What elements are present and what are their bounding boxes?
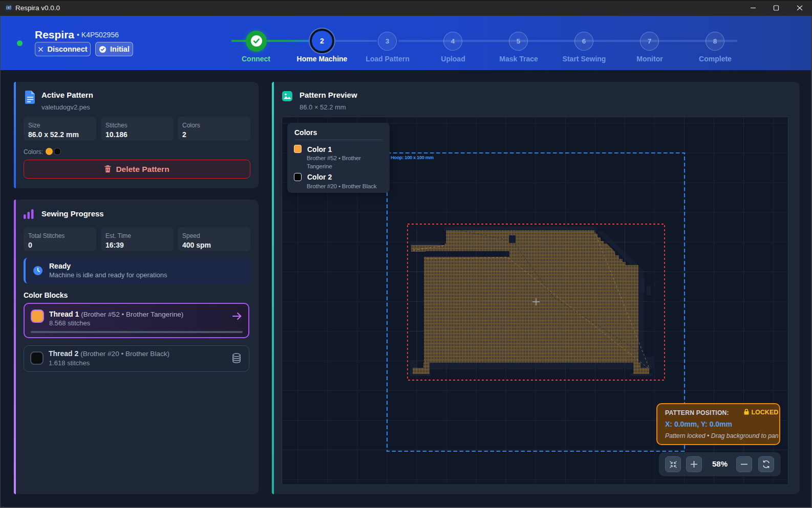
- svg-text:Hoop: 100 x 100 mm: Hoop: 100 x 100 mm: [391, 155, 434, 160]
